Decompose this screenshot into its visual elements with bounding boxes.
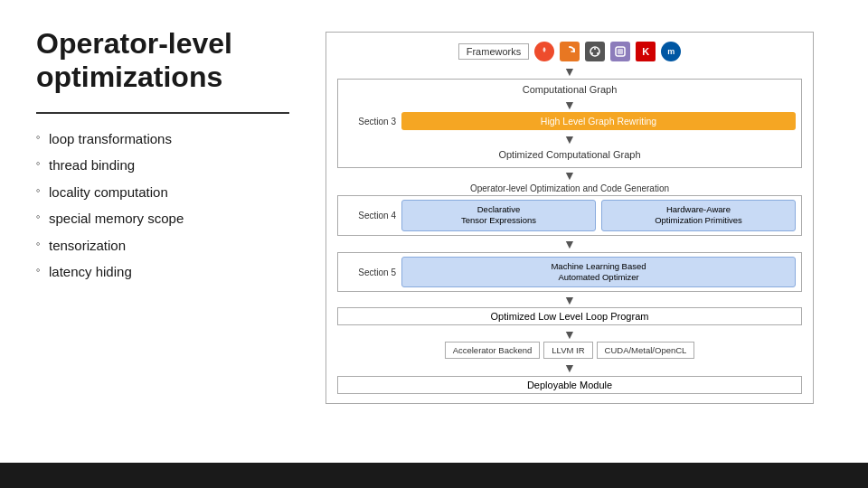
arrow-6: ▼ [337, 294, 802, 306]
bullet-tensorization: tensorization [36, 237, 289, 255]
section5-label: Section 5 [344, 267, 396, 277]
footer-bar [0, 463, 868, 488]
frameworks-label: Frameworks [458, 43, 530, 60]
bullet-special-memory-scope: special memory scope [36, 210, 289, 228]
arrow-5: ▼ [337, 238, 802, 250]
arrow-4: ▼ [337, 169, 802, 182]
diagram: Frameworks K m ▼ Computational [326, 32, 814, 404]
mxnet2-icon: m [661, 42, 681, 61]
mxnet-refresh-icon [560, 42, 580, 61]
title-divider [36, 112, 289, 114]
bullet-latency-hiding: latency hiding [36, 263, 289, 281]
computational-graph-label: Computational Graph [338, 81, 801, 98]
opt-loop-box: Optimized Low Level Loop Program [337, 307, 802, 325]
ml-optimizer-box: Machine Learning Based Automated Optimiz… [401, 257, 796, 288]
slide-title: Operator-level optimizations [36, 27, 289, 94]
section3-label: Section 3 [344, 117, 396, 127]
right-panel: Frameworks K m ▼ Computational [307, 27, 832, 445]
arrow-7: ▼ [337, 328, 802, 341]
arrow-1: ▼ [337, 65, 802, 78]
hardware-aware-box: Hardware-Aware Optimization Primitives [601, 200, 796, 231]
main-content: Operator-level optimizations loop transf… [0, 0, 868, 463]
section4-label: Section 4 [344, 211, 396, 221]
arrow-8: ▼ [337, 361, 802, 374]
bullet-locality-computation: locality computation [36, 183, 289, 202]
llvm-backend-box: LLVM IR [543, 342, 592, 359]
svg-rect-6 [618, 49, 623, 54]
arrow-3: ▼ [338, 133, 801, 145]
bullet-list: loop transformations thread binding loca… [36, 130, 289, 281]
accel-backend-box: Accelerator Backend [445, 342, 541, 359]
op-level-label: Operator-level Optimization and Code Gen… [337, 183, 802, 193]
opt-comp-graph-label: Optimized Computational Graph [338, 146, 801, 163]
pytorch-icon [534, 42, 554, 61]
high-level-rewriting-box: High Level Graph Rewriting [401, 112, 796, 130]
svg-point-2 [594, 48, 596, 50]
declarative-tensor-box: Declarative Tensor Expressions [401, 200, 596, 231]
bullet-thread-binding: thread binding [36, 156, 289, 174]
svg-point-3 [591, 52, 593, 54]
deployable-box: Deployable Module [337, 376, 802, 394]
cuda-backend-box: CUDA/Metal/OpenCL [597, 342, 695, 359]
arrow-2: ▼ [338, 99, 801, 111]
backends-row: Accelerator Backend LLVM IR CUDA/Metal/O… [337, 342, 802, 359]
left-panel: Operator-level optimizations loop transf… [36, 27, 307, 445]
onnx-icon [585, 42, 605, 61]
svg-point-4 [597, 52, 599, 54]
coreml-icon [610, 42, 630, 61]
frameworks-row: Frameworks K m [337, 42, 802, 61]
bullet-loop-transformations: loop transformations [36, 130, 289, 148]
keras-icon: K [636, 42, 656, 61]
